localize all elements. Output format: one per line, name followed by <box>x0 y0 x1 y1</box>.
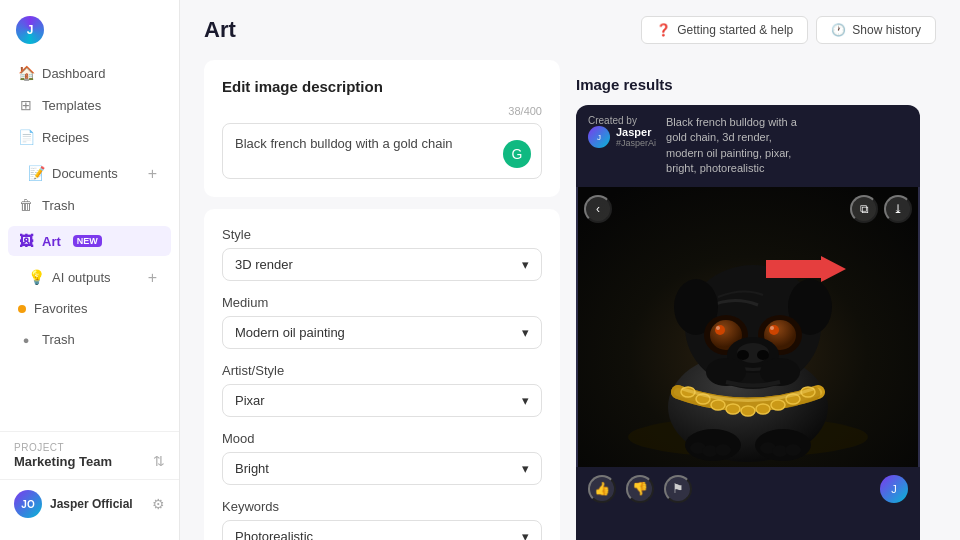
description-text: Black french bulldog with a gold chain <box>235 134 529 154</box>
image-results-panel: Image results Created by J Jasper #Jaspe… <box>576 60 936 540</box>
svg-point-25 <box>741 406 755 416</box>
creator-details: Jasper #JasperAi <box>616 126 656 148</box>
image-back-button[interactable]: ‹ <box>584 195 612 223</box>
svg-point-19 <box>706 358 746 386</box>
chevron-down-icon: ▾ <box>522 257 529 272</box>
page-title: Art <box>204 17 236 43</box>
help-circle-icon: ❓ <box>656 23 671 37</box>
mood-label: Mood <box>222 431 542 446</box>
medium-select[interactable]: Modern oil painting ▾ <box>222 316 542 349</box>
medium-value: Modern oil painting <box>235 325 345 340</box>
keywords-select[interactable]: Photorealistic ▾ <box>222 520 542 540</box>
style-value: 3D render <box>235 257 293 272</box>
header-actions: ❓ Getting started & help 🕐 Show history <box>641 16 936 44</box>
created-by-label: Created by <box>588 115 656 126</box>
edit-section-title: Edit image description <box>222 78 542 95</box>
grid-icon: ⊞ <box>18 97 34 113</box>
edit-section: Edit image description 38/400 Black fren… <box>204 60 560 197</box>
image-footer: 👍 👎 ⚑ J <box>576 467 920 511</box>
description-box[interactable]: Black french bulldog with a gold chain G <box>222 123 542 179</box>
medium-field: Medium Modern oil painting ▾ <box>222 295 542 349</box>
user-name: Jasper Official <box>50 497 133 511</box>
image-copy-button[interactable]: ⧉ <box>850 195 878 223</box>
project-label: PROJECT <box>14 442 165 453</box>
image-results-title: Image results <box>576 76 920 93</box>
add-document-button[interactable]: + <box>144 161 161 187</box>
sidebar-item-favorites[interactable]: Favorites <box>8 294 171 323</box>
chevron-down-icon: ▾ <box>522 461 529 476</box>
creator-info: Created by J Jasper #JasperAi <box>588 115 656 148</box>
image-main: ‹ ⧉ ⤓ <box>576 187 920 467</box>
artist-field: Artist/Style Pixar ▾ <box>222 363 542 417</box>
project-switch-icon[interactable]: ⇅ <box>153 453 165 469</box>
image-download-button[interactable]: ⤓ <box>884 195 912 223</box>
char-count: 38/400 <box>222 105 542 117</box>
show-history-button[interactable]: 🕐 Show history <box>816 16 936 44</box>
jasper-swirl-icon: J <box>880 475 908 503</box>
image-action-buttons: ⧉ ⤓ <box>850 195 912 223</box>
sidebar-favorites-label: Favorites <box>34 301 87 316</box>
favorites-dot <box>18 305 26 313</box>
keywords-label: Keywords <box>222 499 542 514</box>
logo-icon: J <box>16 16 44 44</box>
add-output-button[interactable]: + <box>144 265 161 291</box>
ai-icon: 💡 <box>28 269 44 285</box>
ai-outputs-row: 💡 AI outputs + <box>8 262 171 294</box>
project-section: PROJECT Marketing Team ⇅ <box>0 431 179 479</box>
project-row: Marketing Team ⇅ <box>14 453 165 469</box>
svg-point-26 <box>756 404 770 414</box>
svg-point-23 <box>711 400 725 410</box>
generate-icon-button[interactable]: G <box>503 140 531 168</box>
artist-label: Artist/Style <box>222 363 542 378</box>
thumbsdown-button[interactable]: 👎 <box>626 475 654 503</box>
style-select[interactable]: 3D render ▾ <box>222 248 542 281</box>
sidebar-item-trash2[interactable]: ● Trash <box>8 325 171 354</box>
style-field: Style 3D render ▾ <box>222 227 542 281</box>
svg-point-20 <box>760 358 800 386</box>
sidebar-item-documents[interactable]: 📝 Documents <box>18 158 144 188</box>
sidebar: J 🏠 Dashboard ⊞ Templates 📄 Recipes 📝 Do… <box>0 0 180 540</box>
svg-point-27 <box>771 400 785 410</box>
keywords-field: Keywords Photorealistic ▾ <box>222 499 542 540</box>
sidebar-documents-label: Documents <box>52 166 118 181</box>
svg-point-12 <box>769 325 779 335</box>
sidebar-item-label: Recipes <box>42 130 89 145</box>
footer-left-actions: 👍 👎 ⚑ <box>588 475 692 503</box>
svg-point-14 <box>770 326 774 330</box>
creator-avatar: J <box>588 126 610 148</box>
creator-row: J Jasper #JasperAi <box>588 126 656 148</box>
chevron-down-icon: ▾ <box>522 529 529 540</box>
sidebar-item-recipes[interactable]: 📄 Recipes <box>8 122 171 152</box>
content-area: Edit image description 38/400 Black fren… <box>204 60 936 540</box>
sidebar-art-label: Art <box>42 234 61 249</box>
flag-button[interactable]: ⚑ <box>664 475 692 503</box>
image-nav-overlay: ‹ ⧉ ⤓ <box>576 187 920 231</box>
mood-value: Bright <box>235 461 269 476</box>
sidebar-item-dashboard[interactable]: 🏠 Dashboard <box>8 58 171 88</box>
sidebar-trash-label: Trash <box>42 198 75 213</box>
sidebar-item-ai-outputs[interactable]: 💡 AI outputs <box>18 262 144 292</box>
edit-panel: Edit image description 38/400 Black fren… <box>204 60 576 540</box>
sidebar-trash2-label: Trash <box>42 332 75 347</box>
svg-point-18 <box>757 350 769 360</box>
trash-icon: 🗑 <box>18 197 34 213</box>
artist-select[interactable]: Pixar ▾ <box>222 384 542 417</box>
getting-started-button[interactable]: ❓ Getting started & help <box>641 16 808 44</box>
style-section: Style 3D render ▾ Medium Modern oil pain… <box>204 209 560 540</box>
sidebar-item-trash[interactable]: 🗑 Trash <box>8 190 171 220</box>
generate-icon: G <box>512 146 523 162</box>
image-description-text: Black french bulldog with a gold chain, … <box>666 115 806 177</box>
thumbsup-button[interactable]: 👍 <box>588 475 616 503</box>
svg-point-37 <box>785 444 801 456</box>
sidebar-item-label: Dashboard <box>42 66 106 81</box>
clock-icon: 🕐 <box>831 23 846 37</box>
project-name: Marketing Team <box>14 454 112 469</box>
sidebar-item-art[interactable]: 🖼 Art NEW <box>8 226 171 256</box>
gear-icon[interactable]: ⚙ <box>152 496 165 512</box>
sidebar-item-templates[interactable]: ⊞ Templates <box>8 90 171 120</box>
sidebar-ai-label: AI outputs <box>52 270 111 285</box>
mood-select[interactable]: Bright ▾ <box>222 452 542 485</box>
creator-name: Jasper <box>616 126 656 138</box>
doc-icon: 📝 <box>28 165 44 181</box>
home-icon: 🏠 <box>18 65 34 81</box>
